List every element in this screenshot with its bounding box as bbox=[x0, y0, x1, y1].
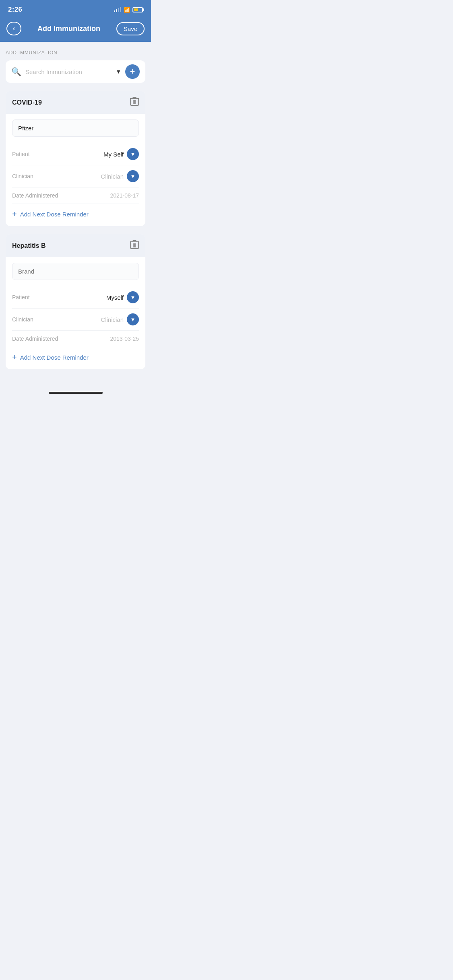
section-label: ADD IMMUNIZATION bbox=[6, 50, 145, 56]
covid19-card-body: Patient My Self ▼ Clinician Clinician ▼ bbox=[6, 114, 145, 226]
hepatitis-b-patient-chevron-icon: ▼ bbox=[130, 294, 136, 301]
search-dropdown-icon[interactable]: ▼ bbox=[116, 68, 121, 75]
hepatitis-b-brand-input[interactable] bbox=[12, 263, 139, 280]
hepatitis-b-clinician-chevron-icon: ▼ bbox=[130, 317, 136, 323]
hepatitis-b-date-value[interactable]: 2013-03-25 bbox=[110, 336, 139, 342]
save-button[interactable]: Save bbox=[116, 22, 145, 35]
hepatitis-b-clinician-value-wrap: Clinician ▼ bbox=[101, 313, 139, 325]
covid19-delete-button[interactable] bbox=[130, 97, 139, 108]
search-icon: 🔍 bbox=[11, 67, 21, 76]
covid19-clinician-dropdown[interactable]: ▼ bbox=[127, 170, 139, 182]
covid19-date-row: Date Administered 2021-08-17 bbox=[12, 187, 139, 204]
hepatitis-b-title: Hepatitis B bbox=[12, 242, 46, 249]
covid19-patient-dropdown[interactable]: ▼ bbox=[127, 148, 139, 160]
hepatitis-b-date-row: Date Administered 2013-03-25 bbox=[12, 331, 139, 347]
hepatitis-b-card: Hepatitis B Patient Myself bbox=[6, 234, 145, 369]
battery-icon bbox=[132, 7, 143, 12]
hepatitis-b-patient-row: Patient Myself ▼ bbox=[12, 286, 139, 309]
hepatitis-b-patient-value: Myself bbox=[106, 294, 124, 301]
hepatitis-b-delete-button[interactable] bbox=[130, 240, 139, 251]
hepatitis-b-add-dose-button[interactable]: + Add Next Dose Reminder bbox=[12, 347, 139, 364]
covid19-clinician-chevron-icon: ▼ bbox=[130, 173, 136, 179]
status-icons: 📶 bbox=[114, 7, 143, 13]
hepatitis-b-patient-dropdown[interactable]: ▼ bbox=[127, 291, 139, 303]
main-content: ADD IMMUNIZATION 🔍 Search Immunization ▼… bbox=[0, 42, 151, 385]
covid19-patient-value-wrap: My Self ▼ bbox=[103, 148, 139, 160]
hepatitis-b-add-dose-plus-icon: + bbox=[12, 353, 17, 362]
covid19-date-value[interactable]: 2021-08-17 bbox=[110, 192, 139, 199]
hepatitis-b-patient-label: Patient bbox=[12, 294, 30, 301]
add-dose-plus-icon: + bbox=[12, 210, 17, 219]
signal-icon bbox=[114, 7, 121, 12]
covid19-brand-input[interactable] bbox=[12, 119, 139, 137]
back-button[interactable]: ‹ bbox=[6, 22, 21, 35]
hepatitis-b-patient-value-wrap: Myself ▼ bbox=[106, 291, 139, 303]
covid19-patient-label: Patient bbox=[12, 151, 30, 157]
add-immunization-button[interactable]: + bbox=[125, 64, 140, 79]
search-bar: 🔍 Search Immunization ▼ + bbox=[6, 60, 145, 83]
hepatitis-b-clinician-value: Clinician bbox=[101, 316, 124, 323]
covid19-clinician-label: Clinician bbox=[12, 173, 33, 179]
hepatitis-b-clinician-row: Clinician Clinician ▼ bbox=[12, 309, 139, 331]
covid19-add-dose-label: Add Next Dose Reminder bbox=[20, 211, 89, 218]
covid19-add-dose-button[interactable]: + Add Next Dose Reminder bbox=[12, 204, 139, 220]
covid19-card-header: COVID-19 bbox=[6, 91, 145, 114]
covid19-patient-row: Patient My Self ▼ bbox=[12, 143, 139, 165]
covid19-date-label: Date Administered bbox=[12, 192, 58, 199]
wifi-icon: 📶 bbox=[124, 7, 130, 13]
status-bar: 2:26 📶 bbox=[0, 0, 151, 18]
status-time: 2:26 bbox=[8, 6, 22, 14]
covid19-patient-value: My Self bbox=[103, 151, 124, 158]
covid19-clinician-value: Clinician bbox=[101, 173, 124, 180]
hepatitis-b-date-label: Date Administered bbox=[12, 336, 58, 342]
plus-icon: + bbox=[130, 67, 135, 76]
covid19-title: COVID-19 bbox=[12, 99, 42, 106]
hepatitis-b-card-body: Patient Myself ▼ Clinician Clinician ▼ bbox=[6, 257, 145, 369]
hepatitis-b-add-dose-label: Add Next Dose Reminder bbox=[20, 354, 89, 361]
covid19-patient-chevron-icon: ▼ bbox=[130, 151, 136, 157]
covid19-clinician-value-wrap: Clinician ▼ bbox=[101, 170, 139, 182]
hepatitis-b-card-header: Hepatitis B bbox=[6, 234, 145, 257]
nav-bar: ‹ Add Immunization Save bbox=[0, 18, 151, 42]
hepatitis-b-clinician-label: Clinician bbox=[12, 316, 33, 323]
search-input[interactable]: Search Immunization bbox=[25, 68, 112, 75]
home-indicator bbox=[49, 392, 103, 394]
back-chevron-icon: ‹ bbox=[13, 25, 15, 32]
page-title: Add Immunization bbox=[37, 25, 100, 33]
covid19-card: COVID-19 Patient My Self ▼ bbox=[6, 91, 145, 226]
hepatitis-b-clinician-dropdown[interactable]: ▼ bbox=[127, 313, 139, 325]
covid19-clinician-row: Clinician Clinician ▼ bbox=[12, 165, 139, 187]
